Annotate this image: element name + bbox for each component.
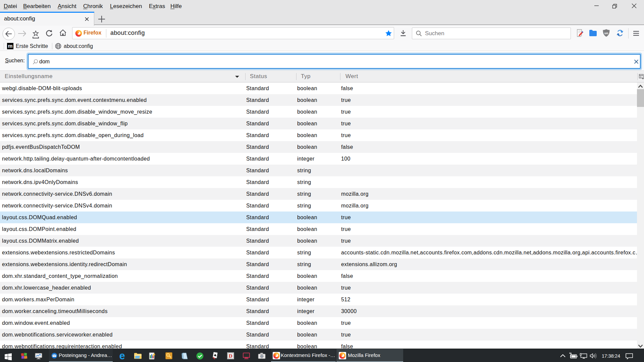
svg-text:uo: uo xyxy=(604,31,608,35)
svg-text:D: D xyxy=(229,353,232,359)
